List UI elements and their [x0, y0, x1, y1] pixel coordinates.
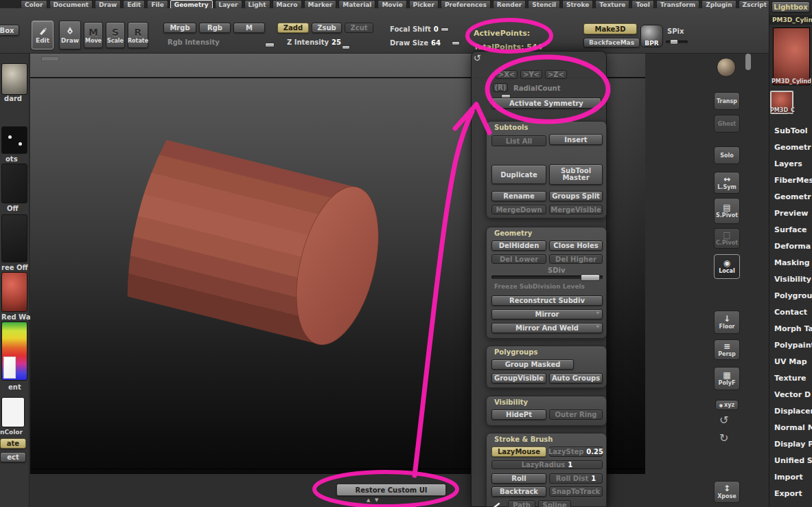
rotate-button[interactable]: R Rotate	[128, 22, 148, 48]
rename-button[interactable]: Rename	[491, 191, 546, 201]
tool-menu-texture-map[interactable]: Texture	[774, 374, 807, 383]
undo-arrow-icon[interactable]: ↺	[474, 53, 481, 63]
lazyradius-slider[interactable]: LazyRadius1	[491, 460, 603, 469]
tool-menu-polygroups[interactable]: Polygrou	[774, 291, 812, 300]
radial-count-slider[interactable]: RadialCount	[513, 84, 560, 92]
del-hidden-button[interactable]: DelHidden	[491, 240, 546, 251]
symmetry-y-button[interactable]: >Y<	[520, 70, 542, 79]
stroke-thumbnail[interactable]	[1, 126, 27, 154]
menu-light[interactable]: Light	[244, 0, 270, 8]
menu-document[interactable]: Document	[49, 0, 93, 8]
spix-slider-nub[interactable]	[670, 39, 678, 45]
solo-button[interactable]: Solo	[714, 146, 740, 164]
close-holes-button[interactable]: Close Holes	[549, 240, 603, 251]
menu-tool[interactable]: Tool	[631, 0, 653, 8]
backtrack-button[interactable]: Backtrack	[491, 486, 546, 497]
lazymouse-button[interactable]: LazyMouse	[491, 447, 546, 457]
scale-button[interactable]: S Scale	[106, 22, 125, 48]
menu-file[interactable]: File	[147, 0, 167, 8]
focal-shift-nub[interactable]	[441, 27, 449, 32]
hidept-button[interactable]: HidePt	[491, 409, 546, 420]
tool-menu-polypaint[interactable]: Polypaint	[774, 341, 812, 350]
rgb-intensity-slider[interactable]	[265, 43, 275, 47]
menu-geometry[interactable]: Geometry	[170, 0, 213, 8]
xyz-button[interactable]: ●xyz	[715, 400, 739, 410]
move-button[interactable]: M Move	[84, 22, 103, 48]
del-lower-button[interactable]: Del Lower	[491, 254, 546, 264]
color-picker[interactable]	[1, 322, 27, 381]
box-button[interactable]: Box	[0, 25, 19, 36]
menu-zplugin[interactable]: Zplugin	[701, 0, 736, 8]
lazystep-slider[interactable]: LazyStep0.25	[549, 447, 603, 457]
sidebar-button-1[interactable]: ate	[0, 438, 26, 449]
sdiv-slider-nub[interactable]	[581, 274, 600, 281]
freeze-subdivision-button[interactable]: Freeze SubDivision Levels	[494, 283, 585, 290]
brush-thumbnail[interactable]	[1, 63, 27, 95]
tool-menu-visibility[interactable]: Visibility	[774, 275, 811, 284]
tool-menu-geometry-hd[interactable]: Geometr	[774, 192, 811, 201]
groups-split-button[interactable]: Groups Split	[549, 191, 603, 201]
tool-menu-normal-map[interactable]: Normal M	[774, 423, 812, 432]
current-color-swatch[interactable]	[1, 397, 25, 427]
group-masked-button[interactable]: Group Masked	[491, 359, 574, 370]
scrollbar-thumb[interactable]	[745, 54, 751, 70]
rotate-ccw-icon[interactable]: ↺	[719, 414, 728, 427]
mirror-and-weld-button[interactable]: Mirror And Weld*	[491, 323, 603, 333]
tool-menu-vector-displacement[interactable]: Vector D	[774, 390, 811, 399]
menu-layer[interactable]: Layer	[215, 0, 242, 8]
menu-material[interactable]: Material	[338, 0, 375, 8]
tool-menu-import[interactable]: Import	[774, 473, 803, 482]
menu-marker[interactable]: Marker	[304, 0, 337, 8]
menu-macro[interactable]: Macro	[272, 0, 302, 8]
transp-button[interactable]: Transp	[714, 92, 740, 110]
texture-thumbnail[interactable]	[1, 214, 27, 262]
xpose-button[interactable]: ↕Xpose	[714, 481, 740, 503]
snap-to-track-button[interactable]: SnapToTrack	[549, 486, 603, 497]
roll-button[interactable]: Roll	[491, 473, 546, 484]
tool-menu-export[interactable]: Export	[774, 489, 802, 498]
menu-movie[interactable]: Movie	[378, 0, 406, 8]
insert-button[interactable]: Insert	[549, 134, 603, 145]
tool-menu-contact[interactable]: Contact	[774, 308, 807, 317]
merge-visible-button[interactable]: MergeVisible	[549, 205, 603, 214]
activate-symmetry-button[interactable]: Activate Symmetry	[491, 98, 601, 109]
lightbox-button[interactable]: Lightbox	[772, 1, 810, 12]
local-button[interactable]: ◉Local	[714, 254, 740, 279]
sidebar-button-2[interactable]: ect	[0, 452, 26, 462]
reconstruct-subdiv-button[interactable]: Reconstruct Subdiv	[491, 295, 603, 306]
duplicate-button[interactable]: Duplicate	[491, 165, 546, 184]
edit-button[interactable]: Edit	[32, 21, 54, 49]
menu-stroke[interactable]: Stroke	[562, 0, 593, 8]
zsub-button[interactable]: Zsub	[312, 23, 342, 33]
cpivot-button[interactable]: □C.Pivot	[714, 228, 740, 249]
material-thumbnail[interactable]	[1, 272, 27, 312]
auto-groups-button[interactable]: Auto Groups	[549, 373, 603, 383]
draw-size-slider[interactable]: Draw Size64	[390, 39, 441, 47]
z-intensity-nub[interactable]	[342, 45, 350, 49]
tool-menu-masking[interactable]: Masking	[774, 258, 810, 267]
tray-down-arrow-icon[interactable]: ▼	[375, 497, 378, 503]
menu-stencil[interactable]: Stencil	[528, 0, 560, 8]
make3d-button[interactable]: Make3D	[583, 23, 637, 34]
tool-menu-uv-map[interactable]: UV Map	[774, 357, 807, 366]
list-all-button[interactable]: List All	[491, 135, 546, 146]
menu-picker[interactable]: Picker	[409, 0, 439, 8]
tool-menu-preview[interactable]: Preview	[774, 209, 809, 218]
draw-button[interactable]: Draw	[59, 21, 81, 49]
tool-menu-deformation[interactable]: Deforma	[774, 242, 811, 251]
backface-mask-button[interactable]: BackfaceMas	[583, 38, 640, 47]
mrgb-button[interactable]: Mrgb	[163, 23, 196, 33]
symmetry-z-button[interactable]: >Z<	[545, 70, 567, 79]
lsym-button[interactable]: ↔L.Sym	[714, 172, 740, 194]
saturation-swatch[interactable]	[3, 357, 16, 379]
zcut-button[interactable]: Zcut	[345, 23, 373, 33]
restore-custom-ui-button[interactable]: Restore Custom UI	[336, 484, 446, 496]
tool-menu-subtool[interactable]: SubTool	[774, 126, 808, 135]
merge-down-button[interactable]: MergeDown	[491, 205, 546, 214]
spline-button[interactable]: Spline	[538, 500, 571, 507]
z-intensity-slider[interactable]: Z Intensity25	[287, 38, 341, 46]
path-button[interactable]: Path	[508, 500, 535, 507]
zadd-button[interactable]: Zadd	[277, 23, 309, 33]
focal-shift-slider[interactable]: Focal Shift0	[390, 25, 439, 33]
tool-menu-morph-target[interactable]: Morph Ta	[774, 324, 812, 333]
